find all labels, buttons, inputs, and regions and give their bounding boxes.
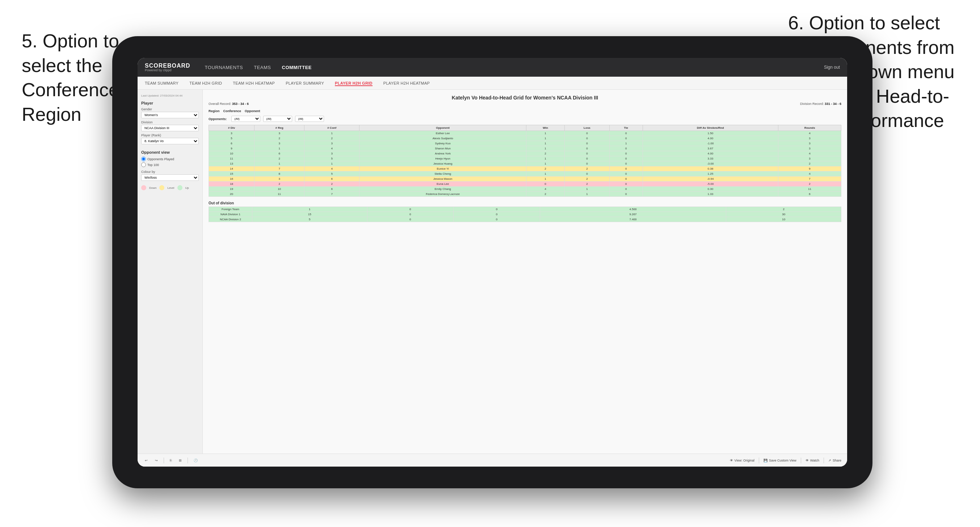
color-dot-level [159, 185, 164, 190]
nav-items: TOURNAMENTS TEAMS COMMITTEE [205, 64, 810, 71]
color-label-up: Up [185, 186, 189, 189]
share-label: Share [833, 459, 842, 462]
filter-conference-group: Conference [223, 109, 242, 113]
subnav-player-summary[interactable]: PLAYER SUMMARY [286, 80, 324, 86]
filter-row: Region Conference Opponent [208, 109, 842, 113]
color-dot-up [177, 185, 183, 190]
opponents-label: Opponents: [208, 117, 227, 121]
record-row: Overall Record: 353 - 34 - 6 Division Re… [208, 102, 842, 106]
toolbar-sep-1 [164, 457, 164, 464]
toolbar-right: 👁 View: Original 💾 Save Custom View 👁 Wa… [730, 457, 842, 464]
col-tie: Tie [609, 125, 643, 131]
col-loss: Loss [565, 125, 609, 131]
share-btn[interactable]: ↗ Share [828, 457, 842, 464]
color-indicators: Down Level Up [141, 185, 199, 190]
overall-record: Overall Record: 353 - 34 - 6 [208, 102, 249, 106]
radio-opponents-played[interactable]: Opponents Played [141, 157, 199, 161]
col-diff: Diff Av Strokes/Rnd [643, 125, 778, 131]
save-custom-btn[interactable]: 💾 Save Custom View [764, 457, 797, 464]
top-navigation: SCOREBOARD Powered by clippd TOURNAMENTS… [138, 58, 847, 77]
toolbar-sep-2 [188, 457, 188, 464]
player-rank-label: Player (Rank) [141, 133, 199, 137]
colour-by-label: Colour by [141, 170, 199, 174]
tablet-screen: SCOREBOARD Powered by clippd TOURNAMENTS… [138, 58, 847, 467]
filter-region-group: Region [208, 109, 220, 113]
data-area: Katelyn Vo Head-to-Head Grid for Women's… [203, 90, 847, 454]
out-table-row: NAIA Division 1 15 0 0 9.267 30 [209, 212, 842, 217]
col-win: Win [527, 125, 565, 131]
table-row: 19 10 6 Emily Chang 4 1 0 0.30 11 [209, 187, 842, 192]
redo-btn[interactable]: ↪ [153, 458, 159, 463]
opponent-select[interactable]: (All) [295, 116, 324, 122]
conference-select[interactable]: (All) [263, 116, 292, 122]
logo-subtitle: Powered by clippd [145, 69, 191, 72]
bottom-toolbar: ↩ ↪ ⎘ ⊞ 🕐 👁 View: Original 💾 Save Custom… [138, 454, 847, 467]
save-icon: 💾 [764, 459, 767, 462]
view-original-btn[interactable]: 👁 View: Original [730, 457, 754, 464]
color-label-level: Level [167, 186, 174, 189]
col-opponent: Opponent [360, 125, 527, 131]
player-rank-select[interactable]: 8. Katelyn Vo [141, 138, 199, 144]
toolbar-sep-3 [759, 457, 759, 464]
subnav-player-h2h-grid[interactable]: PLAYER H2H GRID [335, 80, 372, 86]
toolbar-sep-4 [801, 457, 801, 464]
watch-btn[interactable]: 👁 Watch [805, 457, 819, 464]
division-select[interactable]: NCAA Division III [141, 125, 199, 131]
player-section-title: Player [141, 101, 199, 105]
last-updated: Last Updated: 27/03/2024 04:44 [141, 94, 199, 97]
out-of-division-header: Out of division [208, 201, 842, 205]
table-row: 15 8 5 Stella Cheng 1 0 0 1.25 4 [209, 171, 842, 176]
nav-teams[interactable]: TEAMS [254, 64, 271, 71]
logo: SCOREBOARD Powered by clippd [145, 63, 191, 72]
watch-label: Watch [810, 459, 819, 462]
subnav-team-h2h-heatmap[interactable]: TEAM H2H HEATMAP [233, 80, 275, 86]
col-div: # Div [209, 125, 255, 131]
sign-out-link[interactable]: Sign out [824, 65, 840, 70]
gender-label: Gender [141, 108, 199, 111]
opponent-view-options: Opponents Played Top 100 [141, 157, 199, 167]
page-title: Katelyn Vo Head-to-Head Grid for Women's… [208, 95, 842, 100]
table-row: 10 6 3 Andrea York 2 0 0 4.00 4 [209, 151, 842, 156]
undo-btn[interactable]: ↩ [143, 458, 149, 463]
region-select[interactable]: (All) [231, 116, 260, 122]
share-icon: ↗ [828, 459, 831, 462]
division-record: Division Record: 331 - 34 - 6 [800, 102, 842, 106]
tablet-device: SCOREBOARD Powered by clippd TOURNAMENTS… [112, 36, 872, 488]
subnav-team-h2h-grid[interactable]: TEAM H2H GRID [189, 80, 222, 86]
opponents-filter-row: Opponents: (All) (All) (All) [208, 116, 842, 122]
toolbar-sep-5 [824, 457, 824, 464]
copy-btn[interactable]: ⎘ [168, 458, 173, 463]
save-custom-label: Save Custom View [769, 459, 797, 462]
filter-opponent-group: Opponent [245, 109, 260, 113]
out-table-row: Foreign Team 1 0 0 4.500 2 [209, 207, 842, 212]
view-icon: 👁 [730, 459, 733, 462]
col-rounds: Rounds [778, 125, 842, 131]
out-of-division-table: Foreign Team 1 0 0 4.500 2 NAIA Division… [208, 206, 842, 222]
table-row: 6 3 3 Sydney Kuo 1 0 1 -1.00 3 [209, 141, 842, 146]
clock-btn[interactable]: 🕐 [192, 458, 199, 463]
sidebar: Last Updated: 27/03/2024 04:44 Player Ge… [138, 90, 203, 454]
colour-by-select[interactable]: Win/loss [141, 175, 199, 181]
color-dot-down [141, 185, 146, 190]
logo-title: SCOREBOARD [145, 63, 191, 69]
table-header-row: # Div # Reg # Conf Opponent Win Loss Tie… [209, 125, 842, 131]
subnav-player-h2h-heatmap[interactable]: PLAYER H2H HEATMAP [383, 80, 430, 86]
subnav-team-summary[interactable]: TEAM SUMMARY [145, 80, 178, 86]
filter-conference-title: Conference [223, 109, 242, 113]
view-original-label: View: Original [735, 459, 754, 462]
filter-region-title: Region [208, 109, 220, 113]
nav-committee[interactable]: COMMITTEE [282, 64, 312, 71]
sub-navigation: TEAM SUMMARY TEAM H2H GRID TEAM H2H HEAT… [138, 77, 847, 90]
main-table: # Div # Reg # Conf Opponent Win Loss Tie… [208, 125, 842, 197]
nav-tournaments[interactable]: TOURNAMENTS [205, 64, 243, 71]
col-reg: # Reg [255, 125, 304, 131]
gender-select[interactable]: Women's [141, 112, 199, 118]
color-label-down: Down [149, 186, 156, 189]
table-row: 14 7 4 Eunice Yi 2 2 0 0.38 9 [209, 167, 842, 171]
table-row: 13 1 1 Jessica Huang 1 0 0 -3.00 2 [209, 161, 842, 167]
table-row: 3 3 1 Esther Lee 1 0 0 1.50 4 [209, 131, 842, 136]
radio-top-100[interactable]: Top 100 [141, 162, 199, 167]
paste-btn[interactable]: ⊞ [177, 458, 183, 463]
opponent-view-label: Opponent view [141, 150, 199, 154]
table-row: 5 2 2 Alexis Sudjianto 1 0 0 4.00 3 [209, 136, 842, 141]
